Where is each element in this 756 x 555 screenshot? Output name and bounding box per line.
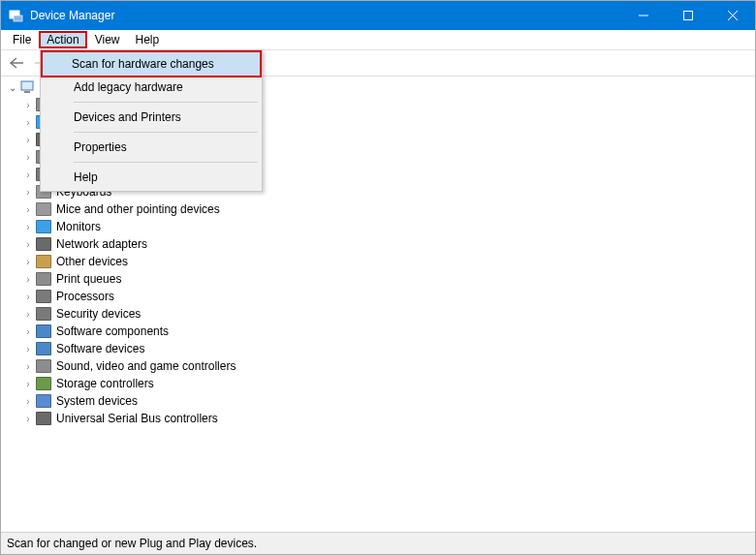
monitor-icon (36, 219, 51, 234)
swc-icon (36, 324, 51, 339)
chevron-right-icon[interactable]: › (22, 99, 34, 110)
chevron-right-icon[interactable]: › (22, 378, 34, 389)
chevron-right-icon[interactable]: › (22, 186, 34, 198)
tree-node-label: Processors (54, 290, 116, 303)
svg-rect-3 (684, 12, 693, 20)
chevron-right-icon[interactable]: › (22, 134, 34, 145)
tree-node-mouse[interactable]: ›Mice and other pointing devices (1, 200, 755, 218)
menu-separator (74, 162, 258, 163)
swd-icon (36, 341, 51, 356)
tree-node-label: Other devices (54, 255, 130, 268)
close-button[interactable] (710, 1, 755, 30)
back-button[interactable] (5, 52, 28, 74)
tree-node-system[interactable]: ›System devices (1, 392, 755, 410)
minimize-button[interactable] (621, 1, 666, 30)
tree-node-security[interactable]: ›Security devices (1, 305, 755, 323)
cpu-icon (36, 289, 51, 304)
svg-rect-6 (21, 81, 33, 90)
menu-file[interactable]: File (5, 31, 39, 48)
tree-node-swc[interactable]: ›Software components (1, 323, 755, 340)
chevron-right-icon[interactable]: › (22, 169, 34, 180)
menu-item-scan-for-hardware-changes[interactable]: Scan for hardware changes (41, 50, 262, 77)
tree-node-label: Sound, video and game controllers (54, 359, 237, 373)
menu-separator (74, 102, 258, 103)
svg-rect-1 (14, 15, 22, 21)
chevron-right-icon[interactable]: › (22, 151, 34, 163)
chevron-right-icon[interactable]: › (22, 413, 34, 424)
action-menu-dropdown: Scan for hardware changesAdd legacy hard… (40, 49, 263, 192)
computer-icon (20, 79, 36, 95)
chevron-right-icon[interactable]: › (22, 291, 34, 302)
tree-node-label: Security devices (54, 307, 142, 321)
chevron-right-icon[interactable]: › (22, 325, 34, 337)
app-icon (9, 8, 24, 23)
tree-node-network[interactable]: ›Network adapters (1, 235, 755, 253)
system-icon (36, 393, 51, 409)
tree-node-label: Software components (54, 324, 171, 338)
status-bar: Scan for changed or new Plug and Play de… (1, 532, 755, 554)
chevron-right-icon[interactable]: › (22, 308, 34, 320)
tree-node-cpu[interactable]: ›Processors (1, 288, 755, 305)
menu-help[interactable]: Help (128, 31, 168, 48)
status-text: Scan for changed or new Plug and Play de… (7, 537, 257, 550)
window-title: Device Manager (30, 9, 621, 22)
tree-node-label: Universal Serial Bus controllers (54, 412, 220, 425)
tree-node-printer[interactable]: ›Print queues (1, 270, 755, 288)
expand-icon[interactable]: ⌄ (7, 81, 18, 93)
tree-node-label: Software devices (54, 342, 146, 355)
tree-node-usb[interactable]: ›Universal Serial Bus controllers (1, 410, 755, 427)
tree-node-label: Mice and other pointing devices (54, 202, 222, 216)
chevron-right-icon[interactable]: › (22, 360, 34, 372)
menu-item-devices-and-printers[interactable]: Devices and Printers (43, 106, 260, 129)
menu-item-add-legacy-hardware[interactable]: Add legacy hardware (43, 76, 260, 99)
chevron-right-icon[interactable]: › (22, 273, 34, 285)
storage-icon (36, 376, 51, 391)
tree-node-label: Network adapters (54, 237, 149, 251)
chevron-right-icon[interactable]: › (22, 395, 34, 407)
chevron-right-icon[interactable]: › (22, 238, 34, 250)
tree-node-swd[interactable]: ›Software devices (1, 340, 755, 357)
menu-item-help[interactable]: Help (43, 166, 260, 189)
mouse-icon (36, 201, 51, 217)
tree-node-sound[interactable]: ›Sound, video and game controllers (1, 357, 755, 375)
svg-rect-7 (24, 91, 30, 93)
printer-icon (36, 271, 51, 287)
chevron-right-icon[interactable]: › (22, 343, 34, 355)
tree-node-monitor[interactable]: ›Monitors (1, 218, 755, 235)
menu-bar: FileActionViewHelpScan for hardware chan… (1, 30, 755, 49)
tree-node-label: Print queues (54, 272, 123, 286)
menu-view[interactable]: View (87, 31, 128, 48)
chevron-right-icon[interactable]: › (22, 221, 34, 232)
chevron-right-icon[interactable]: › (22, 116, 34, 128)
security-icon (36, 306, 51, 322)
chevron-right-icon[interactable]: › (22, 203, 34, 215)
tree-node-label: Storage controllers (54, 377, 156, 390)
menu-separator (74, 132, 258, 133)
sound-icon (36, 358, 51, 374)
menu-action[interactable]: Action (39, 31, 86, 48)
menu-item-properties[interactable]: Properties (43, 136, 260, 159)
usb-icon (36, 411, 51, 426)
network-icon (36, 236, 51, 252)
chevron-right-icon[interactable]: › (22, 256, 34, 267)
tree-node-other[interactable]: ›Other devices (1, 253, 755, 270)
tree-node-label: Monitors (54, 220, 103, 233)
tree-node-label: System devices (54, 394, 140, 408)
title-bar: Device Manager (1, 1, 755, 30)
tree-node-storage[interactable]: ›Storage controllers (1, 375, 755, 392)
other-icon (36, 254, 51, 269)
maximize-button[interactable] (666, 1, 710, 30)
